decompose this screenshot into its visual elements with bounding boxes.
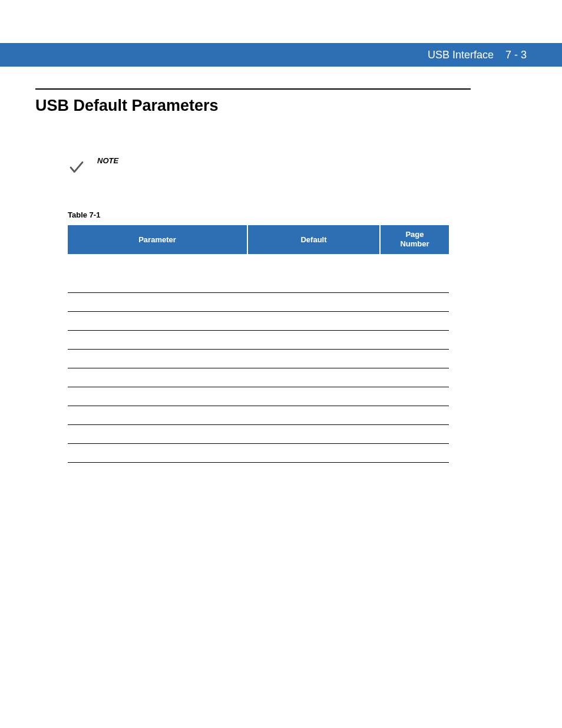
col-header-default: Default [247, 225, 380, 254]
header-page-ref: 7 - 3 [505, 49, 527, 61]
cell-default [247, 331, 380, 350]
cell-default [247, 293, 380, 312]
cell-page [380, 331, 449, 350]
cell-default [247, 406, 380, 425]
cell-default [247, 368, 380, 387]
cell-parameter [68, 312, 247, 331]
cell-parameter [68, 274, 247, 293]
table-row [68, 368, 449, 387]
table-row [68, 425, 449, 444]
table-row [68, 387, 449, 406]
cell-default [247, 387, 380, 406]
cell-page [380, 368, 449, 387]
cell-page [380, 425, 449, 444]
note-label: NOTE [97, 156, 118, 165]
note-block: NOTE [68, 156, 471, 176]
cell-parameter [68, 406, 247, 425]
table-section-row [68, 254, 449, 274]
cell-default [247, 274, 380, 293]
cell-parameter [68, 331, 247, 350]
cell-page [380, 444, 449, 463]
cell-page [380, 387, 449, 406]
check-icon [68, 159, 85, 176]
table-row [68, 444, 449, 463]
parameters-table: Parameter Default Page Number [68, 225, 449, 463]
cell-default [247, 350, 380, 368]
section-title: USB Default Parameters [35, 97, 471, 115]
cell-parameter [68, 387, 247, 406]
table-row [68, 350, 449, 368]
cell-page [380, 406, 449, 425]
cell-default [247, 312, 380, 331]
cell-page [380, 312, 449, 331]
table-row [68, 406, 449, 425]
col-header-parameter: Parameter [68, 225, 247, 254]
col-header-page-number: Page Number [380, 225, 449, 254]
page-header: USB Interface 7 - 3 [0, 43, 562, 67]
cell-parameter [68, 350, 247, 368]
page-number-line2: Number [400, 239, 429, 248]
cell-page [380, 274, 449, 293]
cell-page [380, 293, 449, 312]
cell-parameter [68, 293, 247, 312]
table-row [68, 293, 449, 312]
table-row [68, 331, 449, 350]
table-row [68, 312, 449, 331]
cell-parameter [68, 444, 247, 463]
cell-parameter [68, 368, 247, 387]
header-title: USB Interface [428, 49, 494, 61]
cell-parameter [68, 425, 247, 444]
cell-page [380, 350, 449, 368]
page-number-line1: Page [405, 230, 424, 239]
cell-default [247, 444, 380, 463]
table-body [68, 254, 449, 463]
table-row [68, 274, 449, 293]
table-header-row: Parameter Default Page Number [68, 225, 449, 254]
cell-default [247, 425, 380, 444]
page-content: USB Default Parameters NOTE Table 7-1 Pa… [35, 88, 471, 463]
table-caption: Table 7-1 [68, 210, 471, 219]
section-rule [35, 88, 471, 90]
